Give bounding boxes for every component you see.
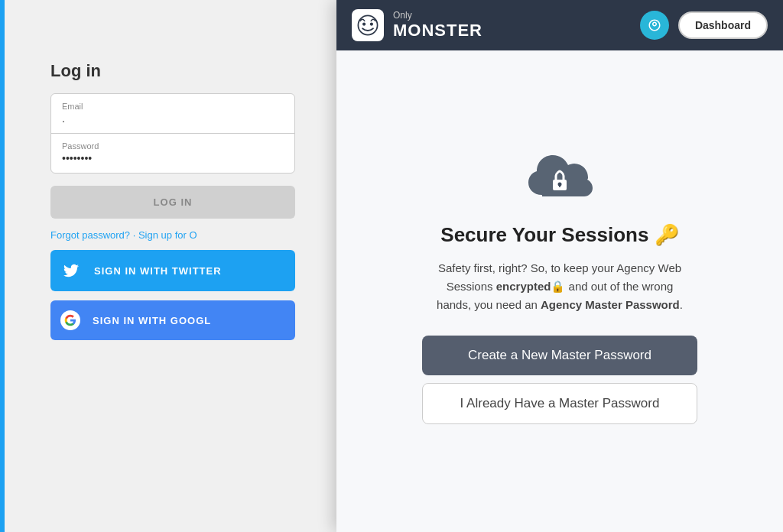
twitter-btn-label: SIGN IN WITH TWITTER <box>94 265 222 277</box>
twitter-signin-button[interactable]: SIGN IN WITH TWITTER <box>50 250 295 291</box>
forgot-password-link[interactable]: Forgot password? <box>50 229 130 241</box>
panel-content: Secure Your Sessions 🔑 Safety first, rig… <box>336 50 783 532</box>
encrypted-word: encrypted <box>496 280 551 293</box>
google-icon <box>60 310 80 330</box>
agency-master-text: Agency Master Password <box>541 298 680 311</box>
svg-point-1 <box>362 23 366 26</box>
svg-rect-5 <box>559 184 560 187</box>
email-field-wrapper: Email <box>51 94 294 134</box>
brand-only: Only <box>393 11 482 21</box>
logo-icon <box>352 9 384 41</box>
password-input[interactable] <box>62 152 284 164</box>
password-field-wrapper: Password <box>51 134 294 173</box>
secure-description: Safety first, right? So, to keep your Ag… <box>430 259 690 314</box>
create-master-password-button[interactable]: Create a New Master Password <box>422 336 697 375</box>
google-signin-button[interactable]: SIGN IN WITH GOOGL <box>50 300 295 340</box>
lock-emoji: 🔒 <box>551 280 565 293</box>
secure-title: Secure Your Sessions 🔑 <box>440 223 678 247</box>
cloud-lock-icon <box>525 151 594 211</box>
overlay-panel: Only MONSTER Dashboard Secure <box>336 0 783 532</box>
dashboard-button[interactable]: Dashboard <box>678 11 768 39</box>
login-field-group: Email Password <box>50 93 295 174</box>
email-label: Email <box>62 102 284 111</box>
twitter-icon <box>60 260 82 281</box>
svg-point-2 <box>370 23 373 26</box>
brand-text: Only MONSTER <box>393 11 482 39</box>
password-label: Password <box>62 141 284 151</box>
panel-header: Only MONSTER Dashboard <box>336 0 783 50</box>
have-master-password-button[interactable]: I Already Have a Master Password <box>422 383 697 424</box>
settings-button[interactable] <box>640 11 669 40</box>
login-button[interactable]: LOG IN <box>50 186 295 219</box>
email-input[interactable] <box>62 112 284 125</box>
brand-monster: MONSTER <box>393 21 482 40</box>
svg-point-0 <box>358 15 377 34</box>
link-separator: · <box>133 229 136 241</box>
google-btn-label: SIGN IN WITH GOOGL <box>93 315 211 326</box>
signup-link[interactable]: Sign up for O <box>138 229 197 241</box>
